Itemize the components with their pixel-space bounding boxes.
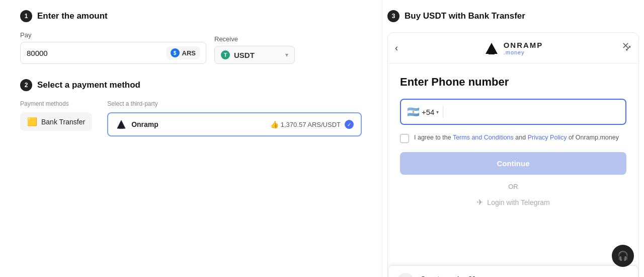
onramp-name: Onramp (131, 120, 270, 128)
payment-methods-label: Payment methods (20, 100, 92, 107)
step3-badge: 3 (387, 10, 399, 22)
bank-transfer-option[interactable]: 🟨 Bank Transfer (20, 112, 92, 131)
bank-transfer-label: Bank Transfer (41, 118, 85, 126)
onramp-brand: ONRAMP .money (484, 40, 543, 56)
country-code-notification: 🔷 Country code +86 not supported ✕ (388, 265, 638, 277)
onramp-brand-logo (484, 40, 500, 56)
terms-row: I agree to the Terms and Conditions and … (400, 133, 626, 143)
onramp-rate-value: 1,370.57 ARS/USDT (281, 121, 341, 128)
receive-label: Receive (214, 35, 295, 43)
phone-section: Enter Phone number 🇦🇷 +54 ▾ I agree to t… (388, 63, 638, 215)
step1-title: Enter the amount (37, 11, 108, 21)
usdt-text: USDT (234, 51, 281, 59)
onramp-modal: ✕ ‹ ONRAMP .money ⤢ Enter Phone number (387, 32, 639, 277)
telegram-icon: ✈ (476, 197, 483, 207)
expand-icon[interactable]: ⤢ (625, 43, 631, 53)
bank-icon: 🟨 (27, 117, 37, 126)
telegram-login-button[interactable]: ✈ Login with Telegram (400, 197, 626, 207)
or-divider: OR (400, 183, 626, 190)
onramp-logo-icon (115, 118, 127, 130)
step2-title: Select a payment method (37, 80, 140, 90)
terms-checkbox[interactable] (400, 134, 409, 143)
phone-input-wrapper: 🇦🇷 +54 ▾ (400, 99, 626, 125)
ars-icon: $ (171, 48, 180, 57)
country-code-value: +54 (422, 108, 434, 116)
svg-marker-0 (117, 120, 125, 128)
third-party-label: Select a third-party (107, 100, 362, 107)
back-button[interactable]: ‹ (395, 43, 398, 53)
onramp-rate: 👍 1,370.57 ARS/USDT (270, 120, 341, 128)
check-badge: ✓ (345, 120, 354, 129)
thumbs-up-icon: 👍 (270, 120, 279, 128)
telegram-label: Login with Telegram (487, 198, 549, 206)
onramp-modal-header: ‹ ONRAMP .money ⤢ (388, 33, 638, 63)
notif-icon: 🔷 (396, 273, 415, 277)
chevron-down-icon[interactable]: ▾ (285, 51, 288, 58)
pay-amount-input[interactable] (27, 49, 163, 57)
pay-input-wrapper: $ ARS (20, 42, 206, 64)
privacy-link[interactable]: Privacy Policy (528, 134, 567, 141)
usdt-icon: T (221, 50, 230, 59)
country-code-selector[interactable]: 🇦🇷 +54 ▾ (407, 106, 439, 118)
onramp-brand-sub: .money (504, 49, 543, 55)
onramp-option[interactable]: Onramp 👍 1,370.57 ARS/USDT ✓ (107, 112, 362, 136)
terms-text: I agree to the Terms and Conditions and … (414, 133, 619, 143)
step2-badge: 2 (20, 79, 32, 91)
notif-text: Country code +86 not supported (421, 275, 617, 278)
ars-badge: $ ARS (167, 46, 200, 59)
headset-icon: 🎧 (617, 250, 628, 261)
flag-icon: 🇦🇷 (407, 106, 420, 118)
notif-title: Country code +86 (421, 275, 617, 278)
terms-link[interactable]: Terms and Conditions (453, 134, 514, 141)
phone-divider (443, 106, 443, 118)
ars-label: ARS (182, 49, 196, 57)
onramp-brand-name: ONRAMP (504, 41, 543, 49)
svg-marker-2 (486, 43, 498, 54)
country-dropdown-arrow: ▾ (436, 109, 439, 115)
continue-button[interactable]: Continue (400, 152, 626, 175)
step3-title: Buy USDT with Bank Transfer (405, 11, 525, 21)
support-button[interactable]: 🎧 (612, 245, 634, 267)
step1-badge: 1 (20, 10, 32, 22)
phone-number-input[interactable] (448, 108, 619, 116)
pay-label: Pay (20, 31, 206, 39)
phone-title: Enter Phone number (400, 76, 626, 89)
receive-input-wrapper: T USDT ▾ (214, 46, 295, 64)
onramp-brand-text: ONRAMP .money (504, 41, 543, 55)
